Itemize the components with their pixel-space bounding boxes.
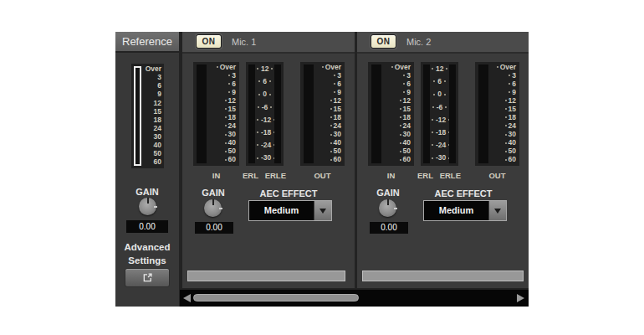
mic1-aec-effect-select[interactable]: Medium — [248, 200, 332, 221]
meter-scale-label: 9 — [383, 89, 411, 96]
mic2-channel-scrollbar[interactable] — [362, 271, 524, 281]
meter-scale-label: 12 — [429, 65, 450, 73]
mic1-gain-knob[interactable] — [204, 199, 222, 217]
mic1-channel-scrollbar[interactable] — [187, 271, 345, 281]
mic1-in-meter-bar — [197, 64, 207, 163]
channel-strip-mic1: ON Mic. 1 Over3691215182430405060 1260-6… — [182, 32, 355, 288]
meter-scale-label: 24 — [143, 125, 161, 132]
reference-level-meter: Over3691215182430405060 — [131, 64, 164, 168]
meter-scale-label: Over — [314, 64, 341, 71]
mic1-header: ON Mic. 1 — [182, 32, 355, 54]
horizontal-scrollbar-thumb[interactable] — [193, 294, 359, 302]
erl-caption: ERL — [243, 171, 258, 180]
mic2-out-meter: Over3691215182430405060 — [475, 62, 519, 166]
meter-scale-label: 15 — [208, 106, 236, 113]
mic2-gain-knob[interactable] — [379, 199, 396, 217]
meter-scale-label: -6 — [429, 104, 450, 111]
meter-scale-label: 24 — [383, 122, 411, 130]
mic2-aec-effect-select[interactable]: Medium — [423, 200, 507, 221]
meter-scale-label: 12 — [254, 65, 275, 73]
meter-scale-label: 12 — [489, 97, 516, 105]
mic1-erl-erle-meter: 1260-6-12-18-24-30 — [246, 62, 284, 166]
meter-scale-label: 40 — [143, 142, 161, 149]
mic2-erle-meter-bar — [449, 64, 456, 163]
mic2-erl-erle-caption: ERL ERLE — [417, 171, 461, 180]
meter-scale-label: 30 — [489, 131, 516, 138]
meter-scale-label: 50 — [143, 150, 161, 157]
meter-scale-label: 6 — [489, 80, 516, 88]
mic2-on-button[interactable]: ON — [371, 34, 396, 49]
meter-scale-label: 50 — [489, 147, 516, 155]
meter-scale-label: 6 — [383, 80, 411, 88]
mic2-out-meter-bar — [478, 64, 488, 163]
meter-scale-label: 15 — [314, 106, 341, 113]
mic2-gain-label: GAIN — [367, 188, 409, 198]
advanced-settings-button[interactable] — [125, 268, 170, 287]
mic1-gain-value-field[interactable]: 0.00 — [195, 222, 233, 234]
meter-scale-label: 6 — [254, 78, 275, 85]
meter-scale-label: 30 — [143, 133, 161, 141]
chevron-down-icon — [319, 209, 326, 214]
meter-scale-label: 3 — [143, 74, 161, 81]
meter-scale-label: 3 — [208, 72, 236, 80]
mic2-in-meter-caption: IN — [368, 171, 414, 180]
reference-meter-scale: Over3691215182430405060 — [143, 65, 161, 166]
mic1-gain-label: GAIN — [192, 188, 234, 198]
meter-scale-label: 18 — [314, 114, 341, 121]
meter-scale-label: 40 — [383, 139, 411, 147]
meter-scale-label: 30 — [383, 131, 411, 138]
meter-scale-label: Over — [489, 64, 516, 71]
mic1-on-button[interactable]: ON — [196, 34, 222, 49]
horizontal-scrollbar-track[interactable] — [180, 290, 529, 307]
meter-scale-label: -12 — [254, 116, 275, 124]
mic1-aec-effect-value: Medium — [249, 201, 314, 220]
meter-scale-label: 40 — [208, 139, 236, 147]
meter-scale-label: 60 — [208, 156, 236, 163]
mic2-aec-dropdown-button[interactable] — [488, 201, 506, 220]
meter-scale-label: 9 — [489, 89, 516, 96]
reference-meter-bar — [134, 66, 141, 166]
mic2-gain-value-field[interactable]: 0.00 — [370, 222, 408, 234]
meter-scale-label: -18 — [254, 129, 275, 137]
meter-scale-label: -30 — [254, 154, 275, 162]
meter-scale-label: -30 — [429, 154, 450, 162]
meter-scale-label: 40 — [489, 139, 516, 147]
meter-scale-label: 3 — [383, 72, 411, 80]
mic2-in-meter-bar — [371, 64, 381, 163]
mic1-in-meter-scale: Over3691215182430405060 — [208, 64, 236, 163]
reference-channel-header[interactable]: Reference — [115, 32, 179, 51]
channel-strip-mic2: ON Mic. 2 Over3691215182430405060 1260-6… — [357, 32, 529, 288]
meter-scale-label: 0 — [254, 90, 275, 98]
arrow-right-icon[interactable] — [517, 294, 524, 302]
mic1-aec-dropdown-button[interactable] — [314, 201, 331, 220]
meter-scale-label: 50 — [314, 147, 341, 155]
meter-scale-label: 18 — [489, 114, 516, 121]
meter-scale-label: 15 — [143, 108, 161, 116]
meter-scale-label: 12 — [143, 100, 161, 107]
mic2-erl-meter-scale: 1260-6-12-18-24-30 — [429, 65, 450, 162]
mic2-in-meter: Over3691215182430405060 — [368, 62, 414, 166]
mic1-erl-meter-scale: 1260-6-12-18-24-30 — [254, 65, 275, 162]
mic2-erl-erle-meter: 1260-6-12-18-24-30 — [421, 62, 458, 166]
meter-scale-label: Over — [208, 64, 236, 71]
arrow-left-icon[interactable] — [183, 294, 191, 302]
erle-caption: ERLE — [440, 171, 461, 180]
meter-scale-label: 18 — [383, 114, 411, 121]
reference-gain-value-field[interactable]: 0.00 — [126, 220, 168, 233]
meter-scale-label: 50 — [208, 147, 236, 155]
meter-scale-label: 9 — [314, 89, 341, 96]
meter-scale-label: 12 — [208, 97, 236, 105]
meter-scale-label: 18 — [143, 116, 161, 124]
meter-scale-label: 12 — [314, 97, 341, 105]
meter-scale-label: 6 — [314, 80, 341, 88]
reference-gain-knob[interactable] — [139, 198, 156, 215]
meter-scale-label: 15 — [489, 106, 516, 113]
meter-scale-label: -24 — [254, 142, 275, 149]
meter-scale-label: 15 — [383, 106, 411, 113]
mic2-out-meter-caption: OUT — [475, 171, 519, 180]
app-background: Reference Over3691215182430405060 GAIN 0… — [0, 0, 644, 335]
erle-caption: ERLE — [265, 171, 286, 180]
meter-scale-label: 60 — [383, 156, 411, 163]
meter-scale-label: 24 — [208, 122, 236, 130]
meter-scale-label: 60 — [143, 158, 161, 166]
